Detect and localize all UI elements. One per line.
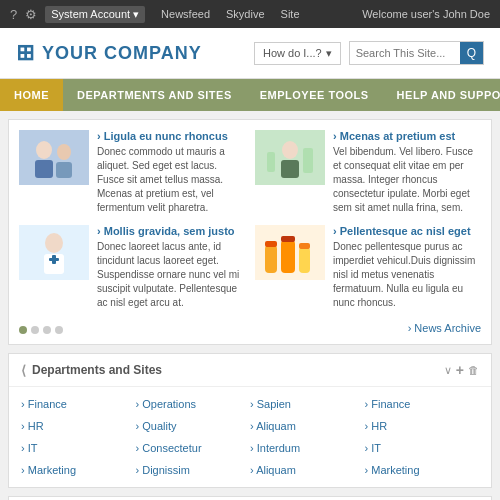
nav-item-home[interactable]: HOME xyxy=(0,79,63,111)
search-input[interactable] xyxy=(350,43,460,63)
svg-rect-9 xyxy=(267,152,275,172)
departments-header-icons: ∨ + 🗑 xyxy=(444,362,479,378)
topbar-skydive[interactable]: Skydive xyxy=(226,8,265,20)
departments-add-icon[interactable]: + xyxy=(456,362,464,378)
how-do-chevron: ▾ xyxy=(326,47,332,60)
departments-panel: ⟨ Departments and Sites ∨ + 🗑 Finance Op… xyxy=(8,353,492,488)
dept-interdum[interactable]: Interdum xyxy=(250,439,365,457)
dept-marketing-2[interactable]: Marketing xyxy=(365,461,480,479)
svg-rect-0 xyxy=(19,130,89,185)
dot-0[interactable] xyxy=(19,326,27,334)
help-panel: ☆ Help and Support ∨ + 🗑 xyxy=(8,496,492,500)
logo: ⊞ YOUR COMPANY xyxy=(16,40,202,66)
topbar-newsfeed[interactable]: Newsfeed xyxy=(161,8,210,20)
welcome-text: Welcome user's John Doe xyxy=(362,8,490,20)
news-section: Ligula eu nunc rhoncus Donec commodo ut … xyxy=(8,119,492,345)
logo-text: YOUR COMPANY xyxy=(42,43,202,64)
news-footer: News Archive xyxy=(19,318,481,334)
news-title-2[interactable]: Mollis gravida, sem justo xyxy=(97,225,245,237)
departments-header-left: ⟨ Departments and Sites xyxy=(21,363,162,378)
news-thumb-3 xyxy=(255,225,325,280)
news-content-0: Ligula eu nunc rhoncus Donec commodo ut … xyxy=(97,130,245,215)
svg-rect-2 xyxy=(35,160,53,178)
dept-hr[interactable]: HR xyxy=(21,417,136,435)
svg-rect-21 xyxy=(299,243,310,249)
system-account-dropdown[interactable]: System Account ▾ xyxy=(45,6,145,23)
top-bar-left: ? ⚙ System Account ▾ Newsfeed Skydive Si… xyxy=(10,6,300,23)
news-thumb-1 xyxy=(255,130,325,185)
news-body-0: Donec commodo ut mauris a aliquet. Sed e… xyxy=(97,145,245,215)
logo-icon: ⊞ xyxy=(16,40,34,66)
news-item-1: Mcenas at pretium est Vel bibendum. Vel … xyxy=(255,130,481,215)
news-item-2: Mollis gravida, sem justo Donec laoreet … xyxy=(19,225,245,310)
news-body-3: Donec pellentesque purus ac imperdiet ve… xyxy=(333,240,481,310)
svg-rect-14 xyxy=(52,255,56,264)
news-title-1[interactable]: Mcenas at pretium est xyxy=(333,130,481,142)
svg-point-3 xyxy=(57,144,71,160)
departments-title: Departments and Sites xyxy=(32,363,162,377)
news-item-3: Pellentesque ac nisl eget Donec pellente… xyxy=(255,225,481,310)
news-body-2: Donec laoreet lacus ante, id tincidunt l… xyxy=(97,240,245,310)
news-title-0[interactable]: Ligula eu nunc rhoncus xyxy=(97,130,245,142)
departments-collapse-icon[interactable]: ∨ xyxy=(444,364,452,377)
search-box: Q xyxy=(349,41,484,65)
news-archive-link[interactable]: News Archive xyxy=(408,322,481,334)
dot-2[interactable] xyxy=(43,326,51,334)
nav-item-employee-tools[interactable]: EMPLOYEE TOOLS xyxy=(246,79,383,111)
svg-rect-4 xyxy=(56,162,72,178)
system-account-label: System Account xyxy=(51,8,130,20)
dot-3[interactable] xyxy=(55,326,63,334)
nav-item-departments[interactable]: DEPARTMENTS AND SITES xyxy=(63,79,246,111)
svg-point-6 xyxy=(282,141,298,159)
news-body-1: Vel bibendum. Vel libero. Fusce et conse… xyxy=(333,145,481,215)
main-nav: HOME DEPARTMENTS AND SITES EMPLOYEE TOOL… xyxy=(0,79,500,111)
svg-point-1 xyxy=(36,141,52,159)
question-icon[interactable]: ? xyxy=(10,7,17,22)
svg-point-11 xyxy=(45,233,63,253)
how-do-label: How do I...? xyxy=(263,47,322,59)
dept-aliquam-2[interactable]: Aliquam xyxy=(250,461,365,479)
news-thumb-0 xyxy=(19,130,89,185)
news-dots xyxy=(19,326,63,334)
news-content-1: Mcenas at pretium est Vel bibendum. Vel … xyxy=(333,130,481,215)
news-grid: Ligula eu nunc rhoncus Donec commodo ut … xyxy=(19,130,481,310)
news-content-2: Mollis gravida, sem justo Donec laoreet … xyxy=(97,225,245,310)
dept-hr-2[interactable]: HR xyxy=(365,417,480,435)
search-button[interactable]: Q xyxy=(460,42,483,64)
dept-finance-2[interactable]: Finance xyxy=(365,395,480,413)
news-content-3: Pellentesque ac nisl eget Donec pellente… xyxy=(333,225,481,310)
dept-sapien[interactable]: Sapien xyxy=(250,395,365,413)
svg-rect-8 xyxy=(303,148,313,173)
dept-operations[interactable]: Operations xyxy=(136,395,251,413)
svg-rect-20 xyxy=(281,236,295,242)
news-thumb-2 xyxy=(19,225,89,280)
departments-share-icon: ⟨ xyxy=(21,363,26,378)
departments-grid: Finance Operations Sapien Finance HR Qua… xyxy=(9,387,491,487)
header-controls: How do I...? ▾ Q xyxy=(254,41,484,65)
gear-icon[interactable]: ⚙ xyxy=(25,7,37,22)
dept-marketing[interactable]: Marketing xyxy=(21,461,136,479)
departments-header: ⟨ Departments and Sites ∨ + 🗑 xyxy=(9,354,491,387)
site-header: ⊞ YOUR COMPANY How do I...? ▾ Q xyxy=(0,28,500,79)
dept-consectetur[interactable]: Consectetur xyxy=(136,439,251,457)
dept-aliquam[interactable]: Aliquam xyxy=(250,417,365,435)
dept-it[interactable]: IT xyxy=(21,439,136,457)
nav-item-help[interactable]: HELP AND SUPPORT xyxy=(383,79,500,111)
svg-rect-19 xyxy=(265,241,277,247)
system-account-chevron: ▾ xyxy=(133,8,139,21)
news-title-3[interactable]: Pellentesque ac nisl eget xyxy=(333,225,481,237)
top-bar: ? ⚙ System Account ▾ Newsfeed Skydive Si… xyxy=(0,0,500,28)
dept-quality[interactable]: Quality xyxy=(136,417,251,435)
dept-finance[interactable]: Finance xyxy=(21,395,136,413)
dept-it-2[interactable]: IT xyxy=(365,439,480,457)
svg-rect-7 xyxy=(281,160,299,178)
departments-delete-icon[interactable]: 🗑 xyxy=(468,364,479,376)
svg-rect-17 xyxy=(281,240,295,273)
dot-1[interactable] xyxy=(31,326,39,334)
dept-dignissim[interactable]: Dignissim xyxy=(136,461,251,479)
topbar-site[interactable]: Site xyxy=(281,8,300,20)
svg-rect-18 xyxy=(299,247,310,273)
how-do-dropdown[interactable]: How do I...? ▾ xyxy=(254,42,341,65)
svg-rect-16 xyxy=(265,245,277,273)
news-item-0: Ligula eu nunc rhoncus Donec commodo ut … xyxy=(19,130,245,215)
